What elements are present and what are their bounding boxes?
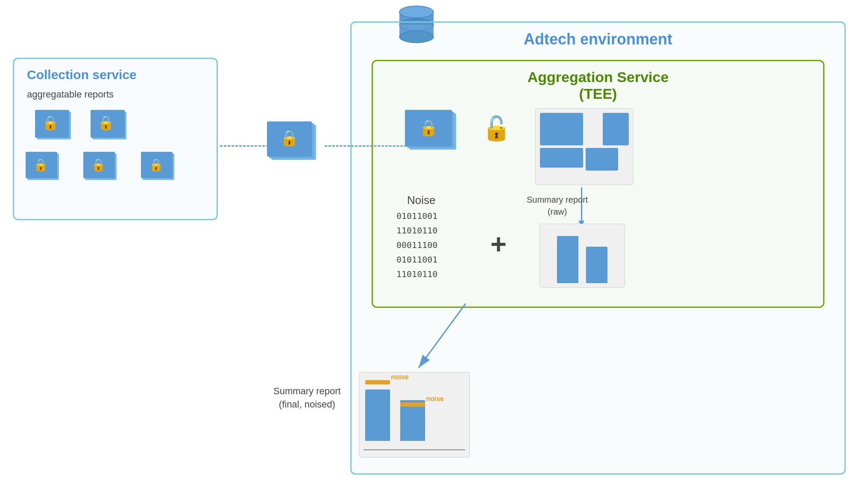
collection-service-label: Collection service xyxy=(27,68,137,82)
aggregation-service-box: Aggregation Service (TEE) 🔒 🔓 xyxy=(372,60,824,308)
svg-text:🔒: 🔒 xyxy=(91,158,106,172)
doc-stack-5: 🔒 xyxy=(140,151,179,191)
svg-text:🔒: 🔒 xyxy=(33,158,48,172)
unlock-icon: 🔓 xyxy=(482,115,511,142)
final-summary-card: noise noise xyxy=(359,372,470,458)
aggregation-output-card xyxy=(535,108,633,185)
collection-sublabel: aggregatable reports xyxy=(27,89,114,100)
svg-text:🔒: 🔒 xyxy=(42,115,59,131)
noise-label: Noise xyxy=(407,194,435,207)
middle-batch: 🔒 xyxy=(265,120,325,177)
svg-text:🔒: 🔒 xyxy=(280,129,299,147)
aggregation-doc-stack: 🔒 xyxy=(403,108,467,165)
noise-label-2: noise xyxy=(426,395,444,403)
diagram: Adtech environment Collection service ag… xyxy=(0,0,868,496)
summary-report-final-label: Summary report (final, noised) xyxy=(273,385,341,411)
svg-text:🔒: 🔒 xyxy=(419,118,438,137)
summary-report-raw-label: Summary report (raw) xyxy=(527,194,588,218)
noise-bar-1 xyxy=(365,380,390,384)
summary-report-raw-card xyxy=(540,224,625,288)
collection-service-box: Collection service aggregatable reports … xyxy=(13,58,218,220)
plus-sign: + xyxy=(490,228,507,260)
doc-stack-2: 🔒 xyxy=(89,108,132,148)
svg-line-33 xyxy=(419,304,466,368)
noise-label-1: noise xyxy=(391,373,409,381)
aggregation-service-label: Aggregation Service (TEE) xyxy=(528,69,669,102)
doc-stack-3: 🔒 xyxy=(25,151,63,191)
doc-stack-1: 🔒 xyxy=(33,108,76,148)
svg-text:🔒: 🔒 xyxy=(149,158,164,172)
adtech-label: Adtech environment xyxy=(524,30,672,48)
noise-binary: 0101100111010110000111000101100111010110 xyxy=(396,209,437,281)
noise-bar-2 xyxy=(400,402,425,407)
doc-stack-4: 🔒 xyxy=(82,151,121,191)
svg-text:🔒: 🔒 xyxy=(97,115,114,131)
